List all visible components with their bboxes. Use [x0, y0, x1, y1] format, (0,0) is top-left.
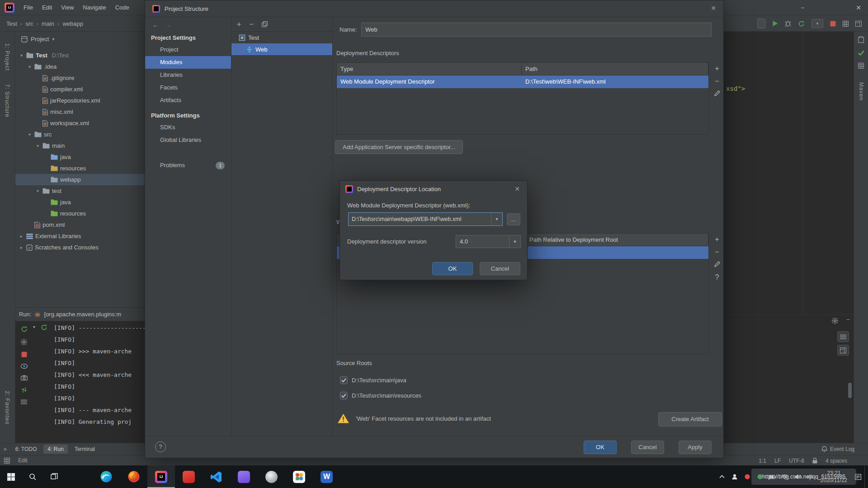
tree-item-external-libraries[interactable]: ▸External Libraries [15, 230, 145, 242]
run-burger-button-icon[interactable] [21, 399, 27, 404]
run-gear-button-icon[interactable] [21, 339, 27, 345]
tree-item-java[interactable]: java [15, 197, 145, 208]
source-root-checkbox-icon[interactable] [340, 392, 348, 399]
tree-item-test[interactable]: ▾TestD:\Test [15, 50, 145, 61]
editor-area[interactable]: xsd"> [723, 32, 854, 314]
cancel-button[interactable]: Cancel [480, 262, 520, 275]
dialog-titlebar[interactable]: Project Structure ✕ [145, 0, 723, 17]
tray-chevron-up-icon[interactable] [716, 465, 728, 488]
menu-navigate[interactable]: Navigate [78, 4, 110, 11]
module-tree-item-test[interactable]: Test [231, 32, 332, 43]
breadcrumb-item-webapp[interactable]: webapp [62, 20, 83, 27]
chevron-down-icon[interactable]: ▾ [35, 143, 40, 148]
breadcrumb-item-Test[interactable]: Test [6, 20, 17, 27]
help-button[interactable]: ? [715, 274, 719, 281]
chevron-right-icon[interactable]: ▸ [19, 234, 24, 239]
run-eye-button-icon[interactable] [21, 364, 28, 369]
sidebar-item-facets[interactable]: Facets [145, 81, 231, 94]
tree-item-test[interactable]: ▾test [15, 185, 145, 197]
remove-module-button[interactable]: − [249, 21, 253, 28]
close-icon[interactable]: ✕ [711, 5, 716, 12]
chevron-down-icon[interactable]: ▾ [19, 53, 24, 58]
tree-item-misc-xml[interactable]: misc.xml [15, 106, 145, 117]
toolbar-layout-button-icon[interactable] [855, 21, 862, 27]
stop-button-icon[interactable] [830, 21, 836, 27]
taskbar-app-edge[interactable] [92, 465, 120, 488]
caret-down-icon[interactable]: ▾ [52, 37, 54, 42]
toolbar-grid-button-icon[interactable] [843, 21, 849, 27]
tree-item--gitignore[interactable]: .gitignore [15, 72, 145, 84]
tool-tab-6-todo[interactable]: 6: TODO [11, 445, 41, 454]
window-close-button[interactable]: ✕ [848, 0, 868, 15]
scrollbar[interactable] [848, 383, 852, 398]
event-log-button[interactable]: Event Log [821, 446, 854, 452]
window-minimize-button[interactable]: − [792, 0, 813, 15]
tree-item-pom-xml[interactable]: mpom.xml [15, 219, 145, 230]
readonly-lock-icon[interactable] [812, 458, 817, 464]
taskbar-app-round-app[interactable] [258, 465, 285, 488]
project-panel-header[interactable]: Project ▾ [15, 32, 145, 47]
tree-item--idea[interactable]: ▾.idea [15, 61, 145, 72]
tool-tab-terminal[interactable]: Terminal [71, 445, 99, 454]
taskbar-app-vscode[interactable] [203, 465, 230, 488]
edit-button[interactable] [714, 90, 720, 98]
remove-button[interactable]: − [715, 78, 719, 85]
taskbar-app-intellij[interactable]: IJ [147, 465, 175, 488]
tree-item-resources[interactable]: resources [15, 163, 145, 174]
taskbar-app-colorful-app[interactable] [285, 465, 313, 488]
add-button[interactable]: + [715, 65, 719, 72]
sidebar-item-project[interactable]: Project [145, 43, 231, 56]
status-lf[interactable]: LF [774, 458, 781, 464]
run-process-name[interactable]: [org.apache.maven.plugins:m [44, 311, 121, 318]
chevron-down-icon[interactable]: ▾ [27, 132, 32, 137]
tree-item-workspace-xml[interactable]: workspace.xml [15, 117, 145, 129]
status-1-1[interactable]: 1:1 [759, 458, 766, 464]
tree-item-java[interactable]: java [15, 151, 145, 163]
descriptor-path-value[interactable]: D:\Test\src\main\webapp\WEB-INF\web.xml [349, 213, 491, 225]
edit-button[interactable] [714, 261, 720, 268]
add-app-server-descriptor-button[interactable]: Add Application Server specific descript… [335, 140, 463, 154]
quick-access-icon[interactable] [4, 458, 10, 464]
menu-file[interactable]: File [19, 4, 38, 11]
source-root-checkbox-icon[interactable] [340, 376, 348, 384]
taskbar-app-purple-app[interactable] [230, 465, 258, 488]
taskbar-app-blue-w-app[interactable]: W [313, 465, 340, 488]
rerun-button-icon[interactable] [798, 20, 805, 27]
sidebar-item-modules[interactable]: Modules [145, 56, 231, 69]
help-button[interactable]: ? [155, 441, 166, 452]
ok-button[interactable]: OK [584, 441, 617, 454]
close-icon[interactable]: ✕ [514, 185, 520, 192]
tree-item-jarrepositories-xml[interactable]: jarRepositories.xml [15, 95, 145, 106]
apply-button[interactable]: Apply [679, 441, 712, 454]
status-utf-8[interactable]: UTF-8 [789, 458, 804, 464]
forward-icon[interactable]: → [165, 21, 171, 28]
breadcrumb-item-main[interactable]: main [42, 20, 54, 27]
sidebar-item-maven[interactable]: Maven [858, 82, 864, 101]
status-4-spaces[interactable]: 4 spaces [826, 458, 847, 464]
browse-button[interactable]: ... [507, 213, 520, 225]
module-tree-item-web[interactable]: Web [231, 43, 332, 55]
descriptor-path-combobox[interactable]: D:\Test\src\main\webapp\WEB-INF\web.xml … [348, 212, 503, 226]
sidebar-item-artifacts[interactable]: Artifacts [145, 94, 231, 107]
remove-button[interactable]: − [715, 249, 719, 256]
menu-edit[interactable]: Edit [38, 4, 57, 11]
chevron-down-icon[interactable]: ▼ [491, 213, 502, 225]
search-button[interactable] [22, 465, 43, 488]
tree-item-webapp[interactable]: webapp [15, 174, 145, 185]
table-row[interactable]: Web Module Deployment DescriptorD:\Test\… [337, 75, 708, 88]
run-updown-button-icon[interactable] [21, 387, 27, 393]
create-artifact-button[interactable]: Create Artifact [658, 412, 722, 427]
sidebar-item-sdks[interactable]: SDKs [145, 121, 231, 134]
run-stop-button-icon[interactable] [21, 352, 27, 357]
sidebar-item-1-project[interactable]: 1: Project [4, 43, 10, 71]
column-header-path-relative-to-deployment-root[interactable]: Path Relative to Deployment Root [526, 234, 708, 246]
tray-person-icon[interactable] [728, 465, 741, 488]
run-camera-button-icon[interactable] [21, 375, 28, 380]
run-rerun-button-icon[interactable] [21, 326, 28, 333]
show-desktop-button[interactable] [864, 465, 868, 488]
tree-item-scratches-and-consoles[interactable]: ▸Scratches and Consoles [15, 242, 145, 253]
dialog-titlebar[interactable]: Deployment Descriptor Location ✕ [340, 181, 527, 197]
menu-code[interactable]: Code [111, 4, 134, 11]
column-header-path[interactable]: Path [522, 63, 708, 75]
taskbar-app-firefox[interactable] [120, 465, 147, 488]
